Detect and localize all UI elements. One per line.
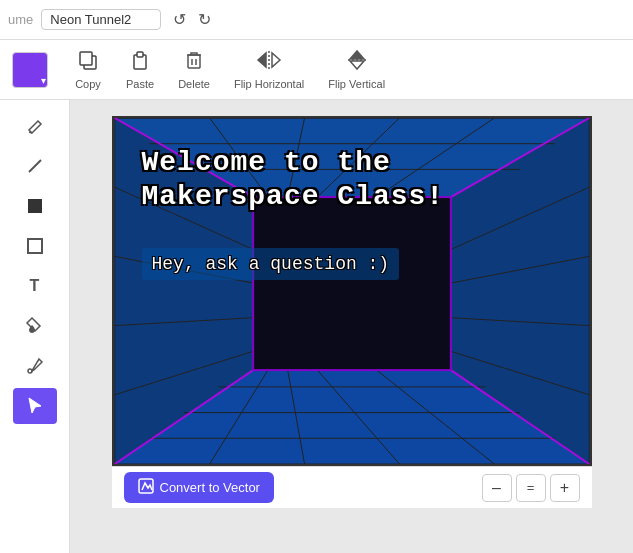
convert-icon xyxy=(138,478,154,497)
redo-button[interactable]: ↻ xyxy=(194,8,215,31)
pencil-tool[interactable] xyxy=(13,108,57,144)
flip-vertical-button[interactable]: Flip Vertical xyxy=(318,45,395,94)
canvas-title: Welcome to the Makerspace Class! xyxy=(142,146,445,213)
copy-button[interactable]: Copy xyxy=(64,45,112,94)
select-tool[interactable] xyxy=(13,388,57,424)
svg-line-13 xyxy=(29,132,32,133)
eyedropper-tool[interactable] xyxy=(13,348,57,384)
copy-icon xyxy=(77,49,99,76)
svg-rect-3 xyxy=(137,52,143,57)
app-title-partial: ume xyxy=(8,12,33,27)
flip-vertical-label: Flip Vertical xyxy=(328,78,385,90)
undo-button[interactable]: ↺ xyxy=(169,8,190,31)
canvas-image: Welcome to the Makerspace Class! Hey, as… xyxy=(112,116,592,466)
svg-rect-19 xyxy=(253,197,451,370)
svg-marker-8 xyxy=(258,53,266,67)
undo-redo-group: ↺ ↻ xyxy=(169,8,215,31)
delete-label: Delete xyxy=(178,78,210,90)
svg-point-17 xyxy=(28,369,32,373)
svg-rect-1 xyxy=(80,52,92,65)
bottom-bar: Convert to Vector – = + xyxy=(112,466,592,508)
convert-label: Convert to Vector xyxy=(160,480,260,495)
svg-line-14 xyxy=(29,160,41,172)
rect-outline-tool[interactable] xyxy=(13,228,57,264)
paste-icon xyxy=(129,49,151,76)
main-area: T xyxy=(0,100,633,553)
toolbar: Copy Paste Delete xyxy=(0,40,633,100)
bucket-tool[interactable] xyxy=(13,308,57,344)
canvas-area: Welcome to the Makerspace Class! Hey, as… xyxy=(70,100,633,553)
zoom-out-button[interactable]: – xyxy=(482,474,512,502)
canvas-wrapper[interactable]: Welcome to the Makerspace Class! Hey, as… xyxy=(112,116,592,466)
flip-horizontal-icon xyxy=(256,49,282,76)
project-name-input[interactable] xyxy=(41,9,161,30)
svg-rect-4 xyxy=(188,55,200,68)
paste-button[interactable]: Paste xyxy=(116,45,164,94)
flip-horizontal-label: Flip Horizontal xyxy=(234,78,304,90)
svg-rect-15 xyxy=(28,199,42,213)
top-bar: ume ↺ ↻ xyxy=(0,0,633,40)
rect-fill-tool[interactable] xyxy=(13,188,57,224)
svg-marker-11 xyxy=(350,51,364,59)
convert-to-vector-button[interactable]: Convert to Vector xyxy=(124,472,274,503)
delete-icon xyxy=(183,49,205,76)
color-swatch[interactable] xyxy=(12,52,48,88)
delete-button[interactable]: Delete xyxy=(168,45,220,94)
svg-marker-9 xyxy=(272,53,280,67)
zoom-fit-button[interactable]: = xyxy=(516,474,546,502)
text-tool[interactable]: T xyxy=(13,268,57,304)
svg-marker-12 xyxy=(350,61,364,69)
canvas-subtitle: Hey, ask a question :) xyxy=(142,248,400,280)
svg-rect-16 xyxy=(28,239,42,253)
flip-vertical-icon xyxy=(346,49,368,76)
zoom-in-button[interactable]: + xyxy=(550,474,580,502)
paste-label: Paste xyxy=(126,78,154,90)
zoom-controls: – = + xyxy=(482,474,580,502)
left-toolbar: T xyxy=(0,100,70,553)
copy-label: Copy xyxy=(75,78,101,90)
flip-horizontal-button[interactable]: Flip Horizontal xyxy=(224,45,314,94)
line-tool[interactable] xyxy=(13,148,57,184)
